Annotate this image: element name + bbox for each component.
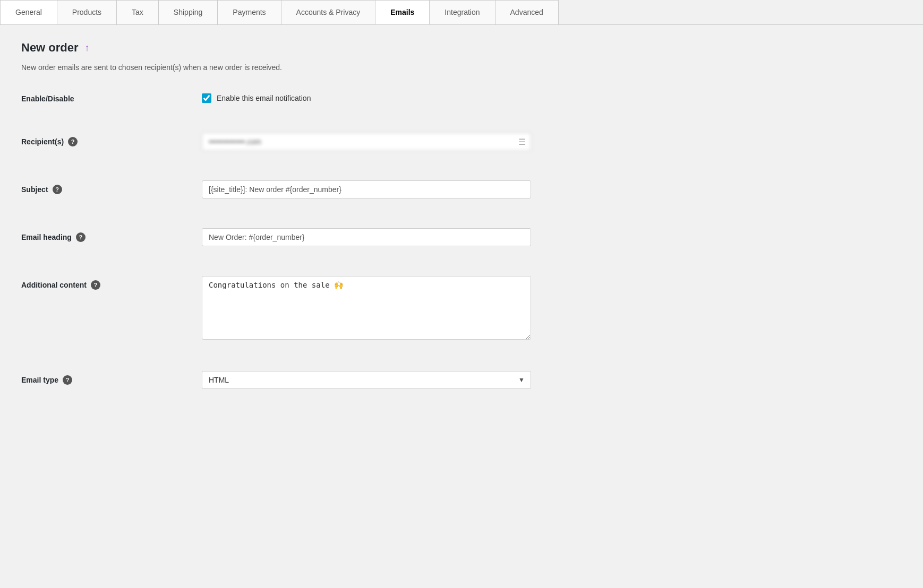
email-heading-label: Email heading xyxy=(21,233,72,241)
recipients-input-wrapper: ☰ xyxy=(202,133,531,151)
additional-content-label-col: Additional content ? xyxy=(21,276,202,290)
main-content: New order ↑ New order emails are sent to… xyxy=(0,25,923,435)
email-type-label: Email type xyxy=(21,376,58,384)
recipients-row: Recipient(s) ? ☰ xyxy=(21,133,902,166)
email-heading-help-icon[interactable]: ? xyxy=(76,232,86,242)
upload-icon[interactable]: ↑ xyxy=(85,42,90,54)
additional-content-textarea[interactable]: Congratulations on the sale 🙌 xyxy=(202,276,531,340)
subject-label-col: Subject ? xyxy=(21,180,202,194)
enable-disable-control: Enable this email notification xyxy=(202,90,902,103)
recipients-control: ☰ xyxy=(202,133,902,151)
tab-accounts-privacy[interactable]: Accounts & Privacy xyxy=(281,0,376,24)
additional-content-control: Congratulations on the sale 🙌 xyxy=(202,276,902,341)
tab-payments[interactable]: Payments xyxy=(217,0,281,24)
tab-emails[interactable]: Emails xyxy=(375,0,430,24)
section-description: New order emails are sent to chosen reci… xyxy=(21,62,902,73)
subject-row: Subject ? xyxy=(21,180,902,213)
subject-input[interactable] xyxy=(202,180,531,198)
tabs-nav: General Products Tax Shipping Payments A… xyxy=(0,0,923,25)
recipients-help-icon[interactable]: ? xyxy=(68,137,78,146)
email-type-help-icon[interactable]: ? xyxy=(63,375,72,385)
tab-general[interactable]: General xyxy=(0,0,57,24)
enable-checkbox-label: Enable this email notification xyxy=(217,94,311,102)
enable-disable-label-col: Enable/Disable xyxy=(21,90,202,103)
tab-tax[interactable]: Tax xyxy=(116,0,159,24)
email-type-select[interactable]: HTML Plain text Multipart xyxy=(202,371,531,389)
additional-content-label: Additional content xyxy=(21,281,87,289)
recipients-input[interactable] xyxy=(202,133,531,151)
section-header: New order ↑ xyxy=(21,41,902,55)
subject-control xyxy=(202,180,902,198)
additional-content-row: Additional content ? Congratulations on … xyxy=(21,276,902,356)
tab-products[interactable]: Products xyxy=(57,0,117,24)
enable-checkbox[interactable] xyxy=(202,93,211,103)
email-heading-control xyxy=(202,228,902,246)
enable-checkbox-row: Enable this email notification xyxy=(202,90,902,103)
email-heading-label-col: Email heading ? xyxy=(21,228,202,242)
email-type-row: Email type ? HTML Plain text Multipart ▼ xyxy=(21,371,902,404)
email-heading-row: Email heading ? xyxy=(21,228,902,261)
email-type-control: HTML Plain text Multipart ▼ xyxy=(202,371,902,389)
enable-disable-label: Enable/Disable xyxy=(21,94,74,103)
contacts-icon[interactable]: ☰ xyxy=(518,137,526,147)
tab-advanced[interactable]: Advanced xyxy=(495,0,559,24)
tab-shipping[interactable]: Shipping xyxy=(158,0,218,24)
enable-disable-row: Enable/Disable Enable this email notific… xyxy=(21,90,902,118)
email-heading-input[interactable] xyxy=(202,228,531,246)
recipients-label: Recipient(s) xyxy=(21,137,64,146)
additional-content-help-icon[interactable]: ? xyxy=(91,280,100,290)
tab-integration[interactable]: Integration xyxy=(429,0,495,24)
email-type-label-col: Email type ? xyxy=(21,371,202,385)
subject-label: Subject xyxy=(21,185,48,194)
email-type-select-wrapper: HTML Plain text Multipart ▼ xyxy=(202,371,531,389)
subject-help-icon[interactable]: ? xyxy=(53,185,62,194)
section-title-text: New order xyxy=(21,41,79,55)
recipients-label-col: Recipient(s) ? xyxy=(21,133,202,146)
